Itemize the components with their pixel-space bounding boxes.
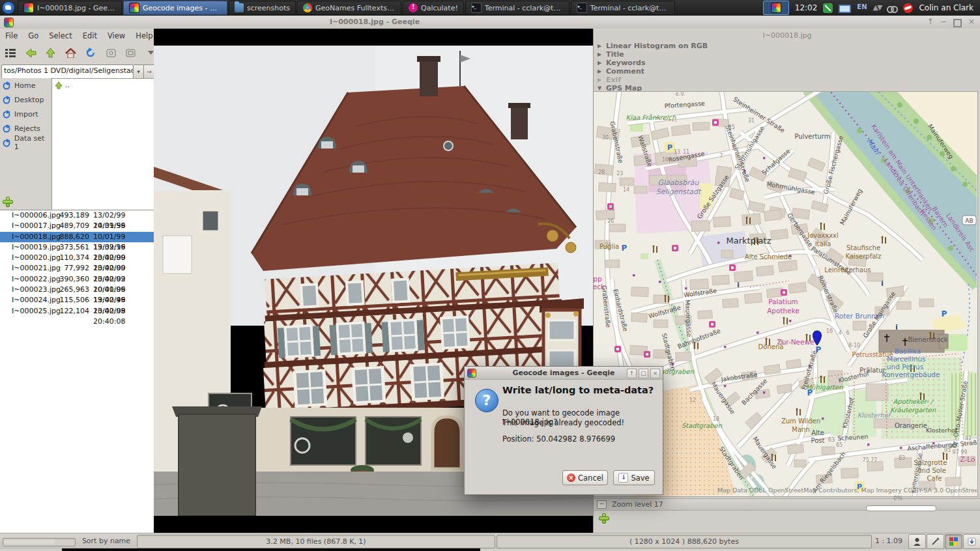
updates-tray-icon[interactable] [823, 3, 833, 13]
dialog-titlebar[interactable]: Geocode images - Geeqie ↑ □ × [465, 367, 663, 380]
zoom-level-label: Zoom level 17 [612, 500, 663, 509]
dialog-line2: This image is already geocoded! [502, 418, 624, 427]
shade-button[interactable]: ↑ [927, 17, 934, 27]
zoom-ratio[interactable]: 1 : 1.09 [872, 535, 906, 547]
shortcut-desktop[interactable]: Desktop [0, 92, 51, 107]
svg-text:25: 25 [728, 124, 735, 130]
file-row-i-000006-jpg[interactable]: I~000006.jpg493,18913/02/99 20:39:56 [0, 210, 154, 221]
svg-text:13: 13 [674, 149, 680, 155]
taskbar-window-geonames-fulltextsear[interactable]: GeoNames Fulltextsear... [297, 1, 401, 15]
maximize-button[interactable] [953, 19, 962, 27]
file-row-i-000025-jpg[interactable]: I~000025.jpg122,10413/02/99 20:40:08 [0, 306, 154, 317]
taskbar-window-geocode-images-gee[interactable]: Geocode images - Gee... [123, 1, 227, 15]
svg-text:Orangerie: Orangerie [895, 422, 927, 429]
app-menu-button[interactable] [0, 0, 17, 16]
file-row-i-000023-jpg[interactable]: I~000023.jpg265,96310/01/99 19:40:46 [0, 285, 154, 295]
metadata-sections: ▶Linear Histogram on RGB▶Title▶Keywords▶… [598, 42, 975, 92]
close-button[interactable]: × [968, 17, 975, 27]
taskbar-highlighted-item[interactable] [763, 1, 789, 15]
up-arrow-icon [55, 81, 63, 89]
svg-text:Marcellinus: Marcellinus [887, 355, 925, 363]
taskbar-window-screenshots[interactable]: screenshots [229, 1, 296, 15]
taskbar-window-i-000018-jpg-geeqie[interactable]: I~000018.jpg - Geeqie [18, 1, 122, 15]
file-row-i-000020-jpg[interactable]: I~000020.jpg110,37413/02/99 20:40:00 [0, 253, 154, 263]
network-tray-icon[interactable]: ▲▼ [873, 3, 882, 13]
float-toggle-button[interactable] [104, 46, 118, 60]
minimize-button[interactable]: − [940, 17, 947, 27]
exif-rotate-button[interactable] [908, 534, 926, 549]
files-summary: 3.2 MB, 10 files (867.8 K, 1) [137, 535, 495, 548]
color-picker-button[interactable] [927, 534, 944, 549]
keyboard-layout-indicator[interactable]: EN [857, 3, 867, 13]
svg-text:Cafe: Cafe [927, 475, 942, 482]
taskbar-window-terminal-cclark-talltr[interactable]: Terminal - cclark@talltr... [465, 1, 569, 15]
svg-text:75 77: 75 77 [863, 457, 878, 463]
path-input[interactable]: tos/Photos 1 DVD/digital/Seligenstadt [1, 64, 134, 79]
shortcut-import[interactable]: Import [0, 107, 51, 121]
svg-text:12: 12 [689, 397, 696, 403]
svg-text:Post: Post [811, 437, 825, 444]
view-list-button[interactable] [4, 46, 18, 60]
terminal-icon [577, 3, 587, 13]
shortcut-rejects[interactable]: Rejects [0, 121, 51, 135]
split-toggle-button[interactable] [124, 46, 138, 60]
folder-up-entry[interactable]: .. [52, 79, 154, 91]
status-bar: Sort by name 3.2 MB, 10 files (867.8 K, … [0, 533, 980, 549]
refresh-button[interactable] [84, 46, 98, 60]
collapse-icon[interactable]: − [597, 500, 607, 509]
svg-text:23: 23 [616, 171, 623, 177]
back-button[interactable] [24, 46, 38, 60]
dialog-shade-button[interactable]: ↑ [627, 369, 637, 378]
shortcut-home[interactable]: Home [0, 78, 51, 92]
svg-text:eck: eck [594, 283, 605, 290]
file-row-i-000024-jpg[interactable]: I~000024.jpg115,50613/02/99 20:40:08 [0, 295, 154, 305]
desktop: I~000018.jpg - GeeqieGeocode images - Ge… [0, 0, 980, 551]
color-management-button[interactable] [945, 534, 962, 549]
geeqie-icon [129, 3, 139, 13]
add-shortcut-button[interactable] [3, 197, 13, 207]
svg-text:4: 4 [838, 330, 841, 336]
save-button[interactable]: ↓ Save [613, 470, 655, 485]
write-metadata-button[interactable] [963, 534, 980, 549]
sort-mode[interactable]: Sort by name [77, 535, 136, 547]
dialog-maximize-button[interactable]: □ [639, 369, 648, 378]
add-section-button[interactable] [599, 513, 609, 524]
section-linear-histogram-on-rgb[interactable]: ▶Linear Histogram on RGB [598, 42, 975, 50]
dialog-close-button[interactable]: × [650, 369, 660, 378]
svg-text:Bienenstock: Bienenstock [908, 336, 947, 343]
window-titlebar[interactable]: I~000018.jpg - Geeqie ↑ − × [0, 16, 980, 29]
svg-text:Staufische: Staufische [846, 244, 880, 251]
section-exif[interactable]: ▶Exif [598, 76, 975, 84]
svg-text:26: 26 [607, 218, 614, 224]
svg-text:Klaa Frånkreich: Klaa Frånkreich [626, 114, 676, 121]
file-row-i-000022-jpg[interactable]: I~000022.jpg390,36013/02/99 20:40:06 [0, 274, 154, 285]
file-row-i-000019-jpg[interactable]: I~000019.jpg373,56113/02/99 20:40:00 [0, 242, 154, 253]
svg-text:21: 21 [609, 206, 615, 212]
taskbar-window-terminal-cclark-talltr[interactable]: Terminal - cclark@talltr... [571, 1, 675, 15]
cancel-button[interactable]: × Cancel [562, 470, 608, 485]
svg-text:P: P [942, 309, 947, 318]
section-title[interactable]: ▶Title [598, 50, 975, 59]
file-row-i-000018-jpg[interactable]: I~000018.jpg888,62010/01/99 19:39:16 [0, 232, 154, 242]
system-tray: 12:02 EN ▲▼ Colin an Clark [763, 1, 980, 15]
notification-tray-icon[interactable] [903, 3, 913, 13]
connection-tray-icon[interactable] [887, 3, 897, 13]
section-comment[interactable]: ▶Comment [598, 67, 975, 76]
svg-text:83: 83 [899, 455, 905, 461]
display-tray-icon[interactable] [839, 5, 851, 13]
shortcut-data-set-1[interactable]: Data set 1 [0, 135, 51, 150]
section-keywords[interactable]: ▶Keywords [598, 59, 975, 67]
svg-text:65: 65 [836, 442, 843, 448]
chevron-right-icon: ▶ [598, 68, 603, 74]
taskbar-window-qalculate[interactable]: Qalculate! [403, 1, 464, 15]
sidebar-file-title: I~000018.jpg [594, 31, 980, 40]
file-row-i-000017-jpg[interactable]: I~000017.jpg489,70914/01/99 19:55:42 [0, 221, 154, 231]
home-button[interactable] [64, 46, 78, 60]
bookmark-icon [3, 96, 11, 104]
up-button[interactable] [44, 46, 58, 60]
path-dropdown-button[interactable]: ▾ [134, 64, 145, 79]
qalculate-icon [409, 3, 418, 12]
svg-text:11: 11 [683, 149, 689, 155]
svg-text:42: 42 [965, 436, 972, 442]
file-row-i-000021-jpg[interactable]: I~000021.jpg77,99213/02/99 20:40:02 [0, 263, 154, 274]
